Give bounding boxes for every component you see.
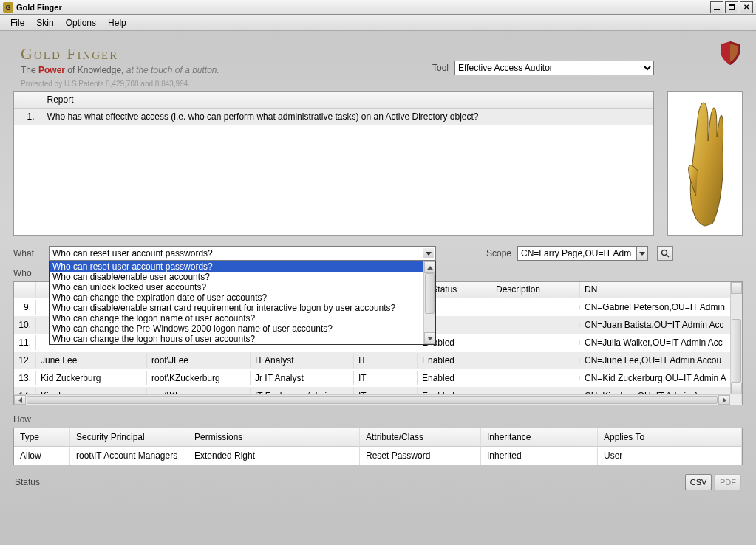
tool-select[interactable]: Effective Access Auditor bbox=[454, 61, 654, 75]
brand-block: Gold Finger The Power of Knowledge, at t… bbox=[21, 44, 432, 88]
patents-text: Protected by U.S Patents 8,429,708 and 8… bbox=[21, 80, 432, 88]
csv-button[interactable]: CSV bbox=[685, 474, 712, 490]
what-option[interactable]: Who can change the expiration date of us… bbox=[50, 292, 435, 303]
how-grid[interactable]: Type Security Principal Permissions Attr… bbox=[13, 428, 743, 465]
window-title: Gold Finger bbox=[16, 3, 709, 12]
close-button[interactable] bbox=[740, 1, 753, 13]
what-option[interactable]: Who can change the Pre-Windows 2000 logo… bbox=[50, 323, 435, 334]
what-option[interactable]: Who can reset user account passwords? bbox=[50, 261, 435, 272]
brand-name: Gold Finger bbox=[21, 44, 432, 64]
scope-input[interactable]: CN=Larry Page,OU=IT Adm bbox=[517, 246, 637, 261]
what-dropdown-list[interactable]: Who can reset user account passwords? Wh… bbox=[49, 261, 436, 345]
scroll-down-icon[interactable] bbox=[424, 332, 435, 344]
how-grid-header: Type Security Principal Permissions Attr… bbox=[14, 428, 742, 447]
menu-options[interactable]: Options bbox=[60, 16, 102, 30]
search-icon bbox=[661, 249, 670, 258]
pdf-button[interactable]: PDF bbox=[715, 474, 741, 490]
dropdown-scrollbar[interactable] bbox=[423, 261, 435, 344]
what-option[interactable]: Who can disable/enable smart card requir… bbox=[50, 303, 435, 313]
how-row[interactable]: Allow root\IT Account Managers Extended … bbox=[14, 447, 742, 465]
what-label: What bbox=[13, 248, 43, 258]
svg-point-0 bbox=[662, 250, 667, 256]
chevron-down-icon bbox=[639, 252, 645, 256]
shield-icon bbox=[721, 41, 740, 65]
gold-hand-image bbox=[667, 91, 743, 236]
what-option[interactable]: Who can disable/enable user accounts? bbox=[50, 272, 435, 282]
search-button[interactable] bbox=[657, 246, 673, 261]
what-select[interactable]: Who can reset user account passwords? bbox=[49, 246, 436, 261]
titlebar: G Gold Finger bbox=[0, 0, 756, 15]
what-option[interactable]: Who can change the logon hours of user a… bbox=[50, 334, 435, 344]
report-row[interactable]: 1. Who has what effective access (i.e. w… bbox=[14, 109, 653, 126]
report-list[interactable]: Report 1. Who has what effective access … bbox=[13, 91, 654, 236]
table-row[interactable]: 13. Kid Zuckerburg root\KZuckerburg Jr I… bbox=[14, 369, 742, 387]
menu-skin[interactable]: Skin bbox=[30, 16, 59, 30]
scroll-up-icon[interactable] bbox=[424, 261, 435, 273]
maximize-button[interactable] bbox=[725, 1, 738, 13]
grid-vertical-scrollbar[interactable] bbox=[730, 282, 742, 394]
menu-file[interactable]: File bbox=[4, 16, 30, 30]
tool-label: Tool bbox=[432, 63, 449, 73]
chevron-down-icon bbox=[426, 252, 432, 256]
scroll-left-icon[interactable] bbox=[14, 395, 26, 405]
what-option[interactable]: Who can unlock locked user accounts? bbox=[50, 282, 435, 292]
scope-dropdown-button[interactable] bbox=[636, 246, 648, 261]
how-label: How bbox=[13, 414, 743, 425]
scope-label: Scope bbox=[486, 248, 511, 258]
tagline: The Power of Knowledge, at the touch of … bbox=[21, 65, 432, 75]
menubar: File Skin Options Help bbox=[0, 15, 756, 31]
report-col-name: Report bbox=[41, 92, 653, 109]
minimize-button[interactable] bbox=[710, 1, 723, 13]
menu-help[interactable]: Help bbox=[102, 16, 132, 30]
scroll-down-icon[interactable] bbox=[731, 383, 742, 394]
svg-line-1 bbox=[667, 255, 669, 257]
grid-horizontal-scrollbar[interactable] bbox=[14, 394, 730, 405]
what-option[interactable]: Who can change the logon name of user ac… bbox=[50, 313, 435, 323]
scroll-right-icon[interactable] bbox=[718, 395, 730, 405]
scroll-up-icon[interactable] bbox=[731, 282, 742, 294]
report-col-num bbox=[14, 92, 41, 109]
table-row[interactable]: 12. June Lee root\JLee IT Analyst IT Ena… bbox=[14, 352, 742, 369]
status-label: Status bbox=[15, 477, 682, 487]
app-icon: G bbox=[3, 2, 13, 13]
